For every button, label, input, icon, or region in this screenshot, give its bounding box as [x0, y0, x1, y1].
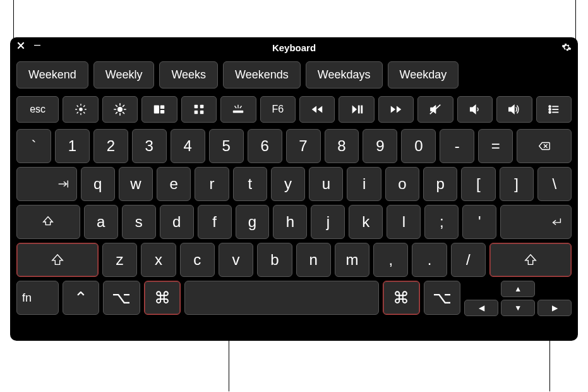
key-brightness-down[interactable] — [63, 96, 98, 123]
key-z[interactable]: z — [102, 243, 137, 277]
key-mission-control[interactable] — [141, 96, 177, 123]
key-right-bracket[interactable]: ] — [500, 167, 534, 201]
key-volume-down[interactable] — [457, 96, 493, 123]
launchpad-icon — [192, 102, 206, 116]
key-n[interactable]: n — [296, 243, 331, 277]
key-g[interactable]: g — [236, 205, 270, 239]
key-fast-forward[interactable] — [378, 96, 414, 123]
key-q[interactable]: q — [81, 167, 115, 201]
key-6[interactable]: 6 — [248, 129, 282, 163]
key-volume-up[interactable] — [496, 96, 532, 123]
key-4[interactable]: 4 — [171, 129, 205, 163]
key-arrow-left[interactable]: ◀ — [464, 300, 498, 316]
key-option-right[interactable]: ⌥ — [424, 281, 461, 315]
key-backspace[interactable] — [517, 129, 572, 163]
key-m[interactable]: m — [335, 243, 369, 277]
key-space[interactable] — [184, 281, 379, 315]
key-t[interactable]: t — [233, 167, 267, 201]
shift-icon — [51, 253, 64, 267]
key-l[interactable]: l — [387, 205, 421, 239]
svg-line-27 — [235, 106, 237, 109]
key-o[interactable]: o — [385, 167, 419, 201]
key-equals[interactable]: = — [478, 129, 513, 163]
return-icon — [549, 215, 563, 229]
suggestion-item[interactable]: Weekend — [16, 61, 88, 89]
key-return[interactable] — [500, 205, 572, 239]
key-d[interactable]: d — [160, 205, 194, 239]
gear-icon[interactable] — [561, 44, 572, 54]
key-3[interactable]: 3 — [132, 129, 167, 163]
key-option-left[interactable]: ⌥ — [103, 281, 140, 315]
key-x[interactable]: x — [141, 243, 176, 277]
key-7[interactable]: 7 — [286, 129, 321, 163]
suggestion-item[interactable]: Weekly — [93, 61, 155, 89]
key-v[interactable]: v — [219, 243, 253, 277]
key-brightness-up[interactable] — [102, 96, 138, 123]
key-command-right[interactable]: ⌘ — [383, 281, 420, 315]
svg-point-34 — [549, 109, 551, 111]
key-e[interactable]: e — [157, 167, 191, 201]
key-comma[interactable]: , — [373, 243, 408, 277]
svg-line-14 — [116, 105, 117, 106]
svg-rect-18 — [154, 106, 159, 114]
key-f[interactable]: f — [198, 205, 232, 239]
key-quote[interactable]: ' — [462, 205, 496, 239]
key-0[interactable]: 0 — [401, 129, 436, 163]
key-h[interactable]: h — [273, 205, 307, 239]
svg-rect-30 — [361, 106, 363, 114]
key-backtick[interactable]: ` — [16, 129, 51, 163]
key-backslash[interactable]: \ — [537, 167, 572, 201]
key-left-bracket[interactable]: [ — [461, 167, 495, 201]
key-arrow-down[interactable]: ▼ — [501, 300, 535, 316]
key-fn[interactable]: fn — [16, 281, 59, 315]
key-9[interactable]: 9 — [363, 129, 397, 163]
key-f6[interactable]: F6 — [260, 96, 296, 123]
key-shift-left[interactable] — [16, 243, 99, 277]
key-minus[interactable]: - — [440, 129, 474, 163]
key-esc[interactable]: esc — [16, 96, 59, 123]
key-panel-menu[interactable] — [536, 96, 572, 123]
svg-line-28 — [240, 106, 242, 109]
minimize-icon[interactable]: – — [34, 41, 40, 47]
caps-lock-icon — [41, 215, 55, 229]
suggestion-item[interactable]: Weekends — [223, 61, 301, 89]
key-launchpad[interactable] — [181, 96, 217, 123]
key-period[interactable]: . — [412, 243, 447, 277]
key-1[interactable]: 1 — [55, 129, 90, 163]
key-b[interactable]: b — [257, 243, 292, 277]
key-5[interactable]: 5 — [209, 129, 244, 163]
key-mute[interactable] — [417, 96, 453, 123]
key-u[interactable]: u — [309, 167, 343, 201]
titlebar: – Keyboard — [10, 37, 578, 58]
close-icon[interactable] — [16, 41, 25, 50]
key-c[interactable]: c — [180, 243, 215, 277]
key-r[interactable]: r — [195, 167, 229, 201]
key-k[interactable]: k — [349, 205, 383, 239]
key-i[interactable]: i — [347, 167, 381, 201]
key-p[interactable]: p — [423, 167, 457, 201]
key-caps-lock[interactable] — [16, 205, 80, 239]
key-tab[interactable] — [16, 167, 77, 201]
key-8[interactable]: 8 — [325, 129, 359, 163]
key-keyboard-backlight[interactable] — [220, 96, 256, 123]
key-s[interactable]: s — [122, 205, 156, 239]
key-w[interactable]: w — [119, 167, 153, 201]
suggestion-item[interactable]: Weeks — [159, 61, 218, 89]
key-2[interactable]: 2 — [93, 129, 128, 163]
key-a[interactable]: a — [84, 205, 118, 239]
key-arrow-right[interactable]: ▶ — [537, 300, 572, 316]
key-arrow-up[interactable]: ▲ — [501, 281, 535, 297]
volume-up-icon — [507, 102, 521, 116]
suggestion-item[interactable]: Weekdays — [306, 61, 383, 89]
key-semicolon[interactable]: ; — [424, 205, 459, 239]
key-shift-right[interactable] — [489, 243, 572, 277]
suggestion-item[interactable]: Weekday — [388, 61, 459, 89]
key-command-left[interactable]: ⌘ — [144, 281, 181, 315]
key-control[interactable]: ⌃ — [63, 281, 100, 315]
key-y[interactable]: y — [271, 167, 305, 201]
key-play-pause[interactable] — [339, 96, 374, 123]
command-icon: ⌘ — [393, 288, 409, 308]
key-slash[interactable]: / — [451, 243, 486, 277]
key-j[interactable]: j — [311, 205, 345, 239]
key-rewind[interactable] — [299, 96, 335, 123]
